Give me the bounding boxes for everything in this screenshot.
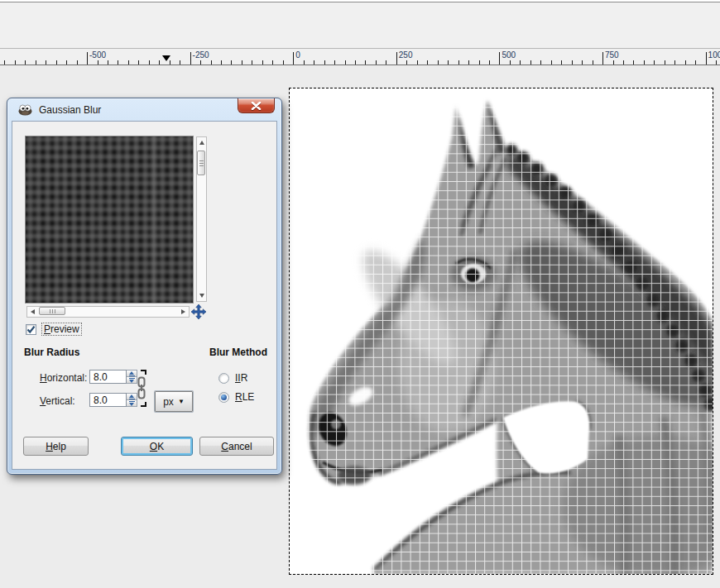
ruler-tick	[530, 60, 531, 65]
gimp-wilber-icon	[18, 103, 32, 116]
ruler-label: 500	[502, 50, 516, 60]
gimp-window: { "colors": { "titlebar_top": "#dcebfa",…	[0, 0, 720, 588]
vertical-label: Vertical:	[40, 395, 75, 407]
ruler-tick	[674, 60, 675, 65]
horizontal-radius-input[interactable]	[89, 370, 127, 384]
unit-value: px	[163, 396, 174, 408]
ruler-tick	[695, 60, 696, 65]
ruler-tick	[644, 60, 645, 65]
ruler-tick	[561, 60, 562, 65]
unit-dropdown[interactable]: px ▼	[155, 391, 193, 412]
ruler-tick	[376, 60, 377, 65]
ruler-tick	[613, 60, 614, 65]
ruler-tick	[46, 60, 46, 65]
ruler-tick	[716, 60, 717, 65]
dropdown-arrow-icon: ▼	[178, 399, 185, 405]
blur-method-heading: Blur Method	[209, 347, 267, 358]
scroll-up-icon[interactable]	[199, 141, 204, 145]
scroll-left-icon[interactable]	[31, 309, 35, 314]
ruler-tick	[231, 60, 232, 65]
ruler-tick	[324, 60, 325, 65]
blur-radius-heading: Blur Radius	[24, 347, 79, 358]
ruler-label: 250	[399, 50, 413, 60]
ruler-tick	[448, 60, 449, 65]
ruler-tick	[365, 60, 366, 65]
preview-vertical-scrollbar[interactable]	[196, 136, 207, 302]
ruler-tick	[572, 60, 573, 65]
ruler-tick	[293, 52, 294, 65]
rle-label[interactable]: RLE	[235, 391, 254, 403]
move-tool-icon	[191, 304, 206, 319]
ruler-tick	[396, 52, 397, 65]
ruler-tick	[128, 60, 129, 65]
link-bracket-bottom	[141, 402, 146, 407]
blurred-grid-preview	[25, 136, 194, 304]
ruler-tick	[304, 60, 305, 65]
ruler-tick	[149, 60, 150, 65]
ruler-tick	[4, 60, 5, 65]
ruler-tick	[36, 60, 36, 65]
ruler-tick	[438, 60, 439, 65]
help-button[interactable]: Help	[23, 437, 89, 456]
ruler-tick	[66, 60, 67, 65]
ruler-tick	[242, 60, 242, 65]
ruler-tick	[593, 60, 593, 65]
ruler-tick	[665, 60, 665, 65]
ruler-position-marker	[162, 55, 170, 61]
checkmark-icon	[26, 325, 36, 334]
close-button[interactable]	[238, 98, 275, 113]
scroll-right-icon[interactable]	[181, 309, 185, 314]
ruler-label: 750	[605, 50, 619, 60]
ruler-tick	[706, 52, 707, 65]
horizontal-scroll-thumb[interactable]	[39, 307, 65, 315]
ruler-tick	[211, 60, 212, 65]
scroll-down-icon[interactable]	[199, 294, 204, 298]
ruler-tick	[489, 60, 490, 65]
vertical-radius-input[interactable]	[89, 393, 127, 407]
ruler-tick	[252, 60, 252, 65]
dialog-title: Gaussian Blur	[39, 104, 101, 116]
preview-checkbox[interactable]	[26, 324, 36, 335]
ruler-tick	[355, 60, 356, 65]
preview-checkbox-label[interactable]: Preview	[42, 323, 81, 335]
ruler-label: 0	[295, 50, 300, 60]
canvas-image[interactable]	[290, 88, 713, 574]
ruler-tick	[25, 60, 26, 65]
ruler-tick	[602, 52, 603, 65]
ruler-tick	[406, 60, 407, 65]
blur-method-option-rle[interactable]	[218, 392, 229, 403]
cancel-button[interactable]: Cancel	[199, 437, 274, 456]
vertical-scroll-thumb[interactable]	[197, 151, 205, 175]
toolbar-empty-area	[0, 2, 720, 48]
dialog-body: Preview Blur Radius Blur Method Horizont…	[12, 121, 277, 470]
blur-method-option-iir[interactable]	[218, 373, 229, 384]
ruler-tick	[56, 60, 57, 65]
spin-down-icon[interactable]	[127, 400, 137, 407]
horizontal-label: Horizontal:	[40, 372, 87, 384]
ruler-tick	[551, 60, 552, 65]
ruler-tick	[427, 60, 428, 65]
blur-preview-pane[interactable]	[25, 136, 194, 304]
ruler-tick	[15, 60, 16, 65]
ruler-tick	[345, 60, 346, 65]
ruler-tick	[200, 60, 201, 65]
thumb-grip	[50, 309, 55, 313]
preview-horizontal-scrollbar[interactable]	[26, 306, 190, 318]
horse-head-drawing	[290, 88, 713, 574]
ok-button[interactable]: OK	[121, 437, 193, 456]
ruler-tick	[138, 60, 139, 65]
ruler-tick	[468, 60, 469, 65]
ruler-tick	[159, 60, 160, 65]
preview-navigate-button[interactable]	[191, 304, 206, 319]
ruler-tick	[180, 60, 180, 65]
ruler-tick	[98, 60, 98, 65]
ruler-tick	[283, 60, 284, 65]
ruler-tick	[520, 60, 521, 65]
chain-link-toggle[interactable]	[136, 376, 147, 399]
ruler-tick	[510, 60, 511, 65]
ruler-tick	[685, 60, 686, 65]
ruler-tick	[623, 60, 624, 65]
iir-label[interactable]: IIR	[235, 372, 247, 384]
ruler-tick	[190, 52, 191, 65]
close-icon	[251, 102, 262, 110]
